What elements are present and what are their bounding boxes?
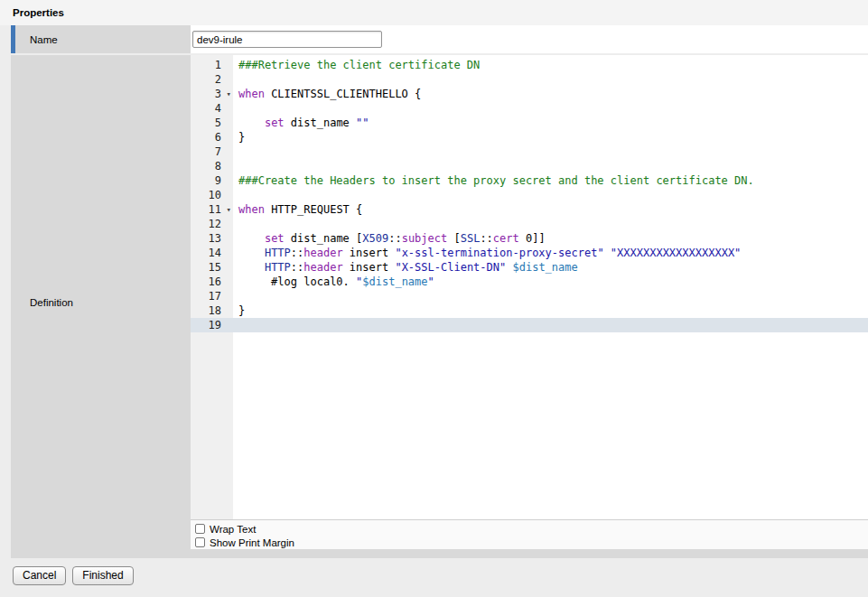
line-number: 18 xyxy=(191,303,233,318)
line-number: 14 xyxy=(191,246,233,260)
name-label-cell: Name xyxy=(11,25,191,53)
required-indicator xyxy=(11,25,15,53)
code-line[interactable]: 3▾when CLIENTSSL_CLIENTHELLO { xyxy=(191,87,868,101)
code-text: #log local0. "$dist_name" xyxy=(233,275,434,289)
line-number: 9 xyxy=(191,173,233,188)
line-number: 2 xyxy=(191,72,233,87)
line-number: 1 xyxy=(191,58,233,72)
name-input[interactable] xyxy=(192,31,382,48)
code-text xyxy=(233,188,238,202)
code-line[interactable]: 14 HTTP::header insert "x-ssl-terminatio… xyxy=(191,246,868,260)
code-text xyxy=(233,159,238,173)
code-line[interactable]: 16 #log local0. "$dist_name" xyxy=(191,275,868,289)
code-line[interactable]: 12 xyxy=(191,217,868,231)
code-lines: 1###Retrieve the client certificate DN23… xyxy=(191,55,868,332)
line-number: 13 xyxy=(191,231,233,246)
line-number: 3▾ xyxy=(191,87,233,101)
code-line[interactable]: 15 HTTP::header insert "X-SSL-Client-DN"… xyxy=(191,260,868,275)
code-line[interactable]: 13 set dist_name [X509::subject [SSL::ce… xyxy=(191,231,868,246)
line-number: 5 xyxy=(191,116,233,130)
code-text xyxy=(233,217,238,231)
code-text xyxy=(233,72,238,87)
code-text: ###Retrieve the client certificate DN xyxy=(233,58,480,72)
code-line[interactable]: 8 xyxy=(191,159,868,173)
show-print-margin-label: Show Print Margin xyxy=(210,537,294,548)
name-row: Name xyxy=(11,25,868,53)
code-line[interactable]: 10 xyxy=(191,188,868,202)
name-content-cell xyxy=(191,25,868,53)
code-line[interactable]: 5 set dist_name "" xyxy=(191,116,868,130)
definition-content-cell: 1###Retrieve the client certificate DN23… xyxy=(191,55,868,549)
code-text: set dist_name "" xyxy=(233,116,369,130)
code-line[interactable]: 19 xyxy=(191,318,868,332)
code-text: HTTP::header insert "X-SSL-Client-DN" $d… xyxy=(233,260,578,275)
line-number: 12 xyxy=(191,217,233,231)
code-line[interactable]: 7 xyxy=(191,145,868,159)
line-number: 19 xyxy=(191,318,233,332)
name-label: Name xyxy=(30,34,58,45)
code-text xyxy=(233,289,238,303)
code-line[interactable]: 11▾when HTTP_REQUEST { xyxy=(191,202,868,217)
finished-button[interactable]: Finished xyxy=(72,566,133,585)
line-number: 16 xyxy=(191,275,233,289)
code-text: } xyxy=(233,303,245,318)
code-line[interactable]: 9###Create the Headers to insert the pro… xyxy=(191,173,868,188)
show-print-margin-option[interactable]: Show Print Margin xyxy=(195,536,868,549)
code-line[interactable]: 17 xyxy=(191,289,868,303)
wrap-text-checkbox[interactable] xyxy=(195,524,205,534)
button-bar: Cancel Finished xyxy=(13,566,868,585)
table-footer xyxy=(11,549,868,558)
code-editor[interactable]: 1###Retrieve the client certificate DN23… xyxy=(191,55,868,519)
wrap-text-option[interactable]: Wrap Text xyxy=(195,522,868,536)
code-line[interactable]: 18} xyxy=(191,303,868,318)
page-title: Properties xyxy=(0,0,868,25)
show-print-margin-checkbox[interactable] xyxy=(195,537,205,547)
code-line[interactable]: 2 xyxy=(191,72,868,87)
line-number: 6 xyxy=(191,130,233,145)
line-number: 8 xyxy=(191,159,233,173)
editor-options: Wrap Text Show Print Margin xyxy=(191,519,868,549)
fold-arrow-icon[interactable]: ▾ xyxy=(227,202,231,217)
code-text: } xyxy=(233,130,245,145)
code-text xyxy=(233,101,238,116)
code-line[interactable]: 4 xyxy=(191,101,868,116)
definition-row: Definition 1###Retrieve the client certi… xyxy=(11,55,868,549)
line-number: 17 xyxy=(191,289,233,303)
line-number: 10 xyxy=(191,188,233,202)
line-number: 15 xyxy=(191,260,233,275)
code-text: when HTTP_REQUEST { xyxy=(233,202,362,217)
code-text xyxy=(233,145,238,159)
code-text: ###Create the Headers to insert the prox… xyxy=(233,173,754,188)
fold-arrow-icon[interactable]: ▾ xyxy=(227,87,231,101)
code-text: set dist_name [X509::subject [SSL::cert … xyxy=(233,231,546,246)
definition-label: Definition xyxy=(30,297,73,308)
code-text: when CLIENTSSL_CLIENTHELLO { xyxy=(233,87,421,101)
properties-table: Name Definition 1###Retrieve the client … xyxy=(11,25,868,558)
line-number: 4 xyxy=(191,101,233,116)
code-line[interactable]: 6} xyxy=(191,130,868,145)
code-text: HTTP::header insert "x-ssl-termination-p… xyxy=(233,246,741,260)
line-number: 7 xyxy=(191,145,233,159)
properties-page: Properties Name Definition 1###Retrieve … xyxy=(0,0,868,585)
wrap-text-label: Wrap Text xyxy=(210,524,256,535)
cancel-button[interactable]: Cancel xyxy=(13,566,66,585)
definition-label-cell: Definition xyxy=(11,55,191,549)
line-number: 11▾ xyxy=(191,202,233,217)
code-text xyxy=(233,318,238,332)
code-line[interactable]: 1###Retrieve the client certificate DN xyxy=(191,58,868,72)
